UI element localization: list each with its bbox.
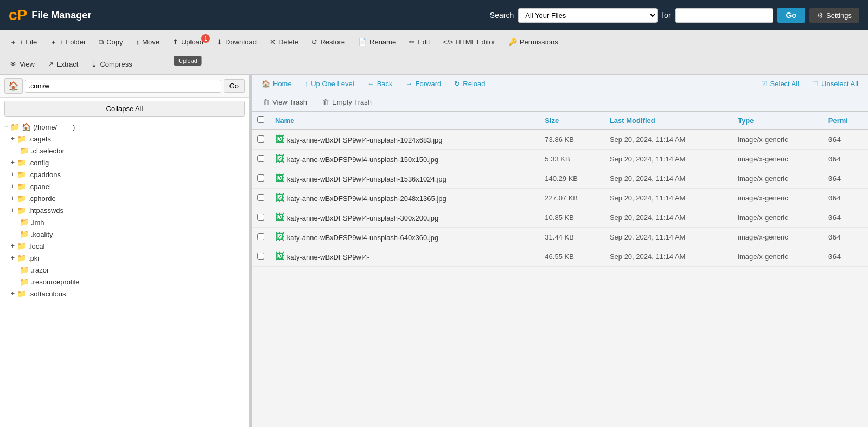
path-input[interactable] <box>25 80 221 93</box>
search-go-button[interactable]: Go <box>777 8 805 23</box>
file-name[interactable]: katy-anne-wBxDFSP9wI4-unsplash-2048x1365… <box>287 195 446 203</box>
restore-button[interactable]: ↺ Restore <box>306 35 350 49</box>
tree-item-imh[interactable]: 📁 .imh <box>0 216 249 228</box>
file-name[interactable]: katy-anne-wBxDFSP9wI4-unsplash-300x200.j… <box>287 214 439 222</box>
select-all-th[interactable] <box>252 112 270 130</box>
file-name[interactable]: katy-anne-wBxDFSP9wI4-unsplash-1024x683.… <box>287 136 443 144</box>
table-row[interactable]: 🖼 katy-anne-wBxDFSP9wI4-unsplash-1024x68… <box>252 130 868 150</box>
upload-button[interactable]: ⬆ Upload <box>167 35 209 49</box>
unselect-all-button[interactable]: ☐ Unselect All <box>807 77 864 90</box>
file-perms-cell: 064 <box>823 189 868 208</box>
tree-item-cpanel[interactable]: + 📁 .cpanel <box>0 180 249 192</box>
rename-label: Rename <box>369 38 396 46</box>
path-go-button[interactable]: Go <box>224 79 245 93</box>
new-file-button[interactable]: ＋ + File <box>4 35 42 50</box>
row-checkbox-cell[interactable] <box>252 189 270 208</box>
reload-icon: ↻ <box>454 80 460 88</box>
collapse-all-button[interactable]: Collapse All <box>4 101 245 117</box>
tree-item-cphorde[interactable]: + 📁 .cphorde <box>0 192 249 204</box>
tree-item-koality[interactable]: 📁 .koality <box>0 228 249 240</box>
download-button[interactable]: ⬇ Download <box>211 35 262 49</box>
tree-item-pki[interactable]: + 📁 .pki <box>0 252 249 264</box>
up-one-level-button[interactable]: ↑ Up One Level <box>299 77 360 90</box>
back-icon: ← <box>367 80 374 88</box>
modified-column-header[interactable]: Last Modified <box>604 112 732 130</box>
rename-button[interactable]: 📄 Rename <box>353 35 401 49</box>
row-checkbox[interactable] <box>257 253 264 260</box>
row-checkbox-cell[interactable] <box>252 150 270 169</box>
row-checkbox-cell[interactable] <box>252 208 270 228</box>
html-editor-button[interactable]: </> HTML Editor <box>438 35 501 49</box>
file-name[interactable]: katy-anne-wBxDFSP9wI4-unsplash-150x150.j… <box>287 156 439 164</box>
name-column-header[interactable]: Name <box>270 112 539 130</box>
edit-button[interactable]: ✏ Edit <box>404 35 435 49</box>
file-perms-cell: 064 <box>823 130 868 150</box>
row-checkbox[interactable] <box>257 155 264 162</box>
perms-column-header[interactable]: Permi <box>823 112 868 130</box>
row-checkbox-cell[interactable] <box>252 247 270 267</box>
size-column-header[interactable]: Size <box>539 112 604 130</box>
search-bar: Search All Your Files Current Directory … <box>490 8 859 23</box>
back-button[interactable]: ← Back <box>362 77 398 90</box>
settings-label: Settings <box>826 11 852 20</box>
tree-item-config[interactable]: + 📁 .config <box>0 157 249 169</box>
compress-button[interactable]: ⤓ Compress <box>86 57 137 71</box>
select-all-button[interactable]: ☑ Select All <box>756 77 805 90</box>
select-all-checkbox[interactable] <box>257 116 264 123</box>
select-all-label: Select All <box>770 80 799 88</box>
permissions-button[interactable]: 🔑 Permissions <box>503 35 564 49</box>
tree-item-cpaddons[interactable]: + 📁 .cpaddons <box>0 169 249 180</box>
tree-item-htpasswds[interactable]: + 📁 .htpasswds <box>0 204 249 216</box>
table-row[interactable]: 🖼 katy-anne-wBxDFSP9wI4-unsplash-300x200… <box>252 208 868 228</box>
file-name-cell: 🖼 katy-anne-wBxDFSP9wI4-unsplash-1024x68… <box>270 130 539 150</box>
table-row[interactable]: 🖼 katy-anne-wBxDFSP9wI4-unsplash-150x150… <box>252 150 868 169</box>
tree-item-razor[interactable]: 📁 .razor <box>0 264 249 276</box>
home-nav-button[interactable]: 🏠 Home <box>256 77 297 90</box>
forward-button[interactable]: → Forward <box>400 77 447 90</box>
tree-item-softaculous[interactable]: + 📁 .softaculous <box>0 288 249 300</box>
table-row[interactable]: 🖼 katy-anne-wBxDFSP9wI4-unsplash-2048x13… <box>252 189 868 208</box>
view-trash-button[interactable]: 🗑 View Trash <box>256 95 314 109</box>
settings-button[interactable]: ⚙ Settings <box>809 8 859 23</box>
delete-icon: ✕ <box>270 38 276 46</box>
row-checkbox[interactable] <box>257 233 264 240</box>
copy-button[interactable]: ⧉ Copy <box>93 35 128 49</box>
row-checkbox[interactable] <box>257 174 264 182</box>
forward-label: Forward <box>416 80 442 88</box>
empty-trash-button[interactable]: 🗑 Empty Trash <box>316 95 378 109</box>
tree-item-local[interactable]: + 📁 .local <box>0 240 249 252</box>
reload-button[interactable]: ↻ Reload <box>449 77 490 90</box>
row-checkbox[interactable] <box>257 135 264 143</box>
table-row[interactable]: 🖼 katy-anne-wBxDFSP9wI4-unsplash-640x360… <box>252 228 868 247</box>
tree-item-root[interactable]: − 📁 🏠 (/home/ ) <box>0 121 249 133</box>
table-row[interactable]: 🖼 katy-anne-wBxDFSP9wI4-unsplash-1536x10… <box>252 169 868 189</box>
folder-icon: 📁 <box>20 266 29 274</box>
delete-button[interactable]: ✕ Delete <box>264 35 304 49</box>
type-column-header[interactable]: Type <box>732 112 823 130</box>
extract-label: Extract <box>56 60 78 68</box>
search-scope-select[interactable]: All Your Files Current Directory Current… <box>518 8 658 23</box>
row-checkbox-cell[interactable] <box>252 130 270 150</box>
file-icon: 🖼 <box>275 212 285 223</box>
tree-item-cl-selector[interactable]: 📁 .cl.selector <box>0 145 249 157</box>
new-folder-button[interactable]: ＋ + Folder <box>44 35 91 50</box>
row-checkbox-cell[interactable] <box>252 228 270 247</box>
table-row[interactable]: 🖼 katy-anne-wBxDFSP9wI4- 46.55 KB Sep 20… <box>252 247 868 267</box>
tree-item-resourceprofile[interactable]: 📁 .resourceprofile <box>0 276 249 288</box>
extract-button[interactable]: ↗ Extract <box>42 57 84 71</box>
search-input[interactable] <box>675 8 773 23</box>
tree-item-cagefs[interactable]: + 📁 .cagefs <box>0 133 249 145</box>
file-name[interactable]: katy-anne-wBxDFSP9wI4- <box>287 253 369 261</box>
home-dir-button[interactable]: 🏠 <box>4 78 23 94</box>
upload-icon: ⬆ <box>173 38 178 46</box>
row-checkbox[interactable] <box>257 194 264 201</box>
row-checkbox-cell[interactable] <box>252 169 270 189</box>
file-name[interactable]: katy-anne-wBxDFSP9wI4-unsplash-640x360.j… <box>287 234 439 242</box>
file-name[interactable]: katy-anne-wBxDFSP9wI4-unsplash-1536x1024… <box>287 175 446 183</box>
view-button[interactable]: 👁 View <box>4 57 40 71</box>
move-button[interactable]: ↕ Move <box>131 35 165 49</box>
empty-trash-icon: 🗑 <box>322 98 329 106</box>
row-checkbox[interactable] <box>257 214 264 221</box>
rename-icon: 📄 <box>358 38 367 46</box>
tree-item-label: .cagefs <box>28 135 51 143</box>
